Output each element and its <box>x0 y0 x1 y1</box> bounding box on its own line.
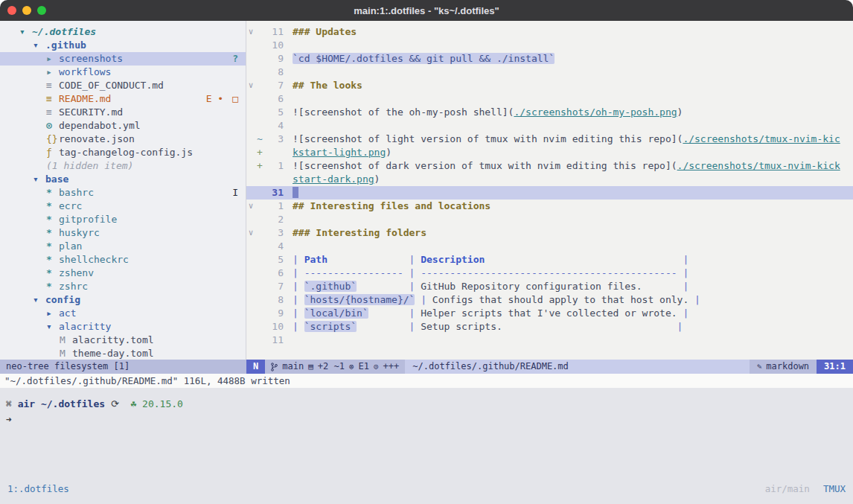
fold-column <box>246 280 255 293</box>
tree-item-label: gitprofile <box>59 213 117 226</box>
editor-cursor-line[interactable]: 31 <box>246 186 853 200</box>
line-number: 7 <box>264 280 284 293</box>
editor-line[interactable]: 8 <box>246 66 853 79</box>
fold-column[interactable]: ∨ <box>246 79 255 92</box>
text-segment-plain: GitHub Repository configuration files. <box>421 281 642 292</box>
shell-file-icon: * <box>46 253 59 267</box>
editor-line[interactable]: ∨1## Interesting files and locations <box>246 200 853 213</box>
prompt-arrow-icon: ➜ <box>6 414 12 425</box>
tree-item-label: zshenv <box>59 267 94 280</box>
editor-line[interactable]: ∨3### Interesting folders <box>246 226 853 240</box>
text-segment-pipe: | <box>409 321 421 332</box>
editor-line[interactable]: 10| `scripts` | Setup scripts. | <box>246 320 853 334</box>
tree-item-bashrc[interactable]: *bashrcI <box>0 186 246 200</box>
untracked-badge: ? <box>232 52 238 66</box>
tree-item-workflows[interactable]: ▸workflows <box>0 66 246 79</box>
text-segment-plain <box>689 294 694 305</box>
tree-item-alacritty[interactable]: ▾alacritty <box>0 320 246 334</box>
fold-column[interactable]: ∨ <box>246 200 255 213</box>
tree-item-dotfiles[interactable]: ▾~/.dotfiles <box>0 25 246 39</box>
line-number: 11 <box>264 25 284 39</box>
editor-line[interactable]: ∨7## The looks <box>246 79 853 92</box>
tree-item-huskyrc[interactable]: *huskyrc <box>0 226 246 240</box>
editor-line[interactable]: 9`cd $HOME/.dotfiles && git pull && ./in… <box>246 52 853 66</box>
tree-item-github[interactable]: ▾.github <box>0 39 246 52</box>
line-text: | Path | Description | <box>293 253 689 267</box>
tree-item-zshrc[interactable]: *zshrc <box>0 280 246 293</box>
editor-line[interactable]: 5| Path | Description | <box>246 253 853 267</box>
tree-item-label: alacritty <box>59 320 111 334</box>
tree-item-base[interactable]: ▾base <box>0 173 246 186</box>
fold-column[interactable]: ∨ <box>246 226 255 240</box>
tree-item-dependabot-yml[interactable]: ⊙dependabot.yml <box>0 119 246 133</box>
shell-file-icon: * <box>46 240 59 253</box>
fold-column <box>246 320 255 334</box>
tree-item-plan[interactable]: *plan <box>0 240 246 253</box>
tree-item-tag-changelog-config-js[interactable]: ƒtag-changelog-config.js <box>0 146 246 159</box>
line-number: 3 <box>264 226 284 240</box>
editor-line[interactable]: 10 <box>246 39 853 52</box>
shell-file-icon: * <box>46 186 59 200</box>
editor-line[interactable]: ~3![screenshot of light version of tmux … <box>246 133 853 146</box>
cursor-mark: I <box>232 186 238 200</box>
tree-item-config[interactable]: ▾config <box>0 293 246 307</box>
editor-line[interactable]: 6 <box>246 92 853 106</box>
editor-line[interactable]: ∨11### Updates <box>246 25 853 39</box>
editor-panel[interactable]: ∨11### Updates109`cd $HOME/.dotfiles && … <box>246 21 853 360</box>
editor-line[interactable]: 4 <box>246 240 853 253</box>
line-text: | `scripts` | Setup scripts. | <box>293 320 683 334</box>
editor-line[interactable]: 9| `local/bin` | Helper scripts that I'v… <box>246 307 853 320</box>
editor-line[interactable]: 2 <box>246 213 853 226</box>
editor-line[interactable]: +1![screenshot of dark version of tmux w… <box>246 159 853 173</box>
folder-open-icon: ▾ <box>33 39 45 52</box>
tree-item-zshenv[interactable]: *zshenv <box>0 267 246 280</box>
tree-item-readme-md[interactable]: ≡README.mdE •□ <box>0 92 246 106</box>
text-segment-pipe: | <box>293 267 304 278</box>
tree-item-shellcheckrc[interactable]: *shellcheckrc <box>0 253 246 267</box>
tree-item-screenshots[interactable]: ▸screenshots? <box>0 52 246 66</box>
gitsign-column <box>255 200 264 213</box>
terminal-pane[interactable]: ⌘ air ~/.dotfiles ⟳ ☘ 20.15.0 ➜ 1:.dotfi… <box>0 388 853 504</box>
tree-item-ecrc[interactable]: *ecrc <box>0 200 246 213</box>
statusline-filepath: ~/.dotfiles/.github/README.md <box>405 360 749 374</box>
tmux-window-tab[interactable]: 1:.dotfiles <box>7 483 69 494</box>
line-number: 7 <box>264 79 284 92</box>
gitsign-column <box>255 293 264 307</box>
editor-line[interactable]: +kstart-light.png) <box>246 146 853 159</box>
tree-item-code-of-conduct-md[interactable]: ≡CODE_OF_CONDUCT.md <box>0 79 246 92</box>
editor-line[interactable]: 5![screenshot of the oh-my-posh shell](.… <box>246 106 853 119</box>
gitsign-column <box>255 253 264 267</box>
gitsign-column <box>255 320 264 334</box>
tmux-label: TMUX <box>823 483 846 494</box>
text-segment-plain: ) <box>374 173 380 185</box>
word-diff-flag: +++ <box>383 360 400 374</box>
tree-item-gitprofile[interactable]: *gitprofile <box>0 213 246 226</box>
editor-line[interactable]: 11 <box>246 334 853 347</box>
tree-item-security-md[interactable]: ≡SECURITY.md <box>0 106 246 119</box>
tree-item-alacritty-toml[interactable]: Malacritty.toml <box>0 334 246 347</box>
editor-line[interactable]: 8| `hosts/{hostname}/` | Configs that sh… <box>246 293 853 307</box>
editor-line[interactable]: 7| `.github` | GitHub Repository configu… <box>246 280 853 293</box>
text-segment-pipe: | <box>409 307 421 319</box>
editor-line[interactable]: 6| ----------------- | -----------------… <box>246 267 853 280</box>
text-segment-pipe: | <box>677 321 683 332</box>
markdown-file-icon: ≡ <box>46 79 59 92</box>
gitsign-column <box>255 173 264 186</box>
tree-item-act[interactable]: ▸act <box>0 307 246 320</box>
tmux-statusbar: 1:.dotfiles air/main TMUX <box>0 483 853 494</box>
tree-item-1-hidden-item[interactable]: (1 hidden item) <box>0 159 246 173</box>
close-button[interactable] <box>7 6 16 15</box>
fold-column[interactable]: ∨ <box>246 25 255 39</box>
statusline: neo-tree filesystem [1] N main ▤ +2 ~1 ⊗… <box>0 360 853 374</box>
text-segment-code: `.github` <box>304 281 357 292</box>
tree-item-theme-day-toml[interactable]: Mtheme-day.toml <box>0 347 246 360</box>
shell-prompt: ⌘ air ~/.dotfiles ⟳ ☘ 20.15.0 <box>0 388 853 411</box>
text-segment-plain: Setup scripts. <box>421 321 502 332</box>
minimize-button[interactable] <box>22 6 31 15</box>
fullscreen-button[interactable] <box>37 6 46 15</box>
editor-line[interactable]: start-dark.png) <box>246 173 853 186</box>
editor-line[interactable]: 4 <box>246 119 853 133</box>
tree-item-renovate-json[interactable]: {}renovate.json <box>0 133 246 146</box>
fold-column <box>246 119 255 133</box>
text-segment-pipe: | <box>293 254 304 265</box>
